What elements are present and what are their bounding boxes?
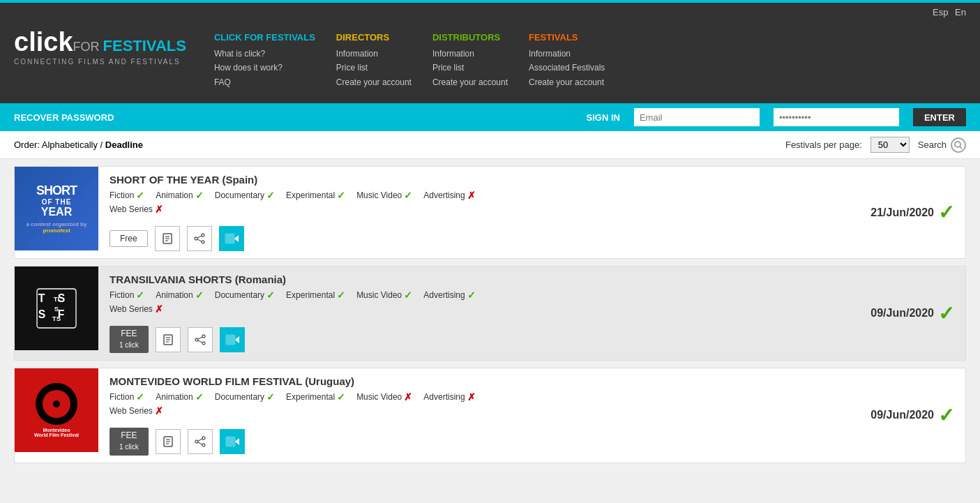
lang-en[interactable]: En	[955, 7, 966, 17]
cat-experimental: Experimental ✓	[286, 290, 345, 301]
festival-card: SHORT OF THE YEAR a contest organized by…	[14, 166, 966, 259]
svg-point-7	[195, 237, 197, 240]
fiction-check: ✓	[136, 190, 144, 201]
recover-password-link[interactable]: RECOVER PASSWORD	[14, 112, 573, 123]
logo-festivals: FESTIVALS	[103, 37, 186, 54]
svg-line-1	[960, 147, 962, 149]
category-row-2: Web Series ✗	[110, 303, 843, 315]
filter-bar: Order: Alphabetically / Deadline Festiva…	[0, 131, 980, 159]
nav-directors-information[interactable]: Information	[336, 47, 412, 61]
free-button[interactable]: Free	[110, 230, 148, 247]
svg-point-26	[202, 335, 205, 338]
nav-directors-title: DIRECTORS	[336, 32, 412, 43]
document-button[interactable]	[156, 429, 181, 454]
svg-text:S: S	[58, 292, 66, 304]
svg-point-8	[202, 241, 204, 243]
nav-distributors-createaccount[interactable]: Create your account	[432, 75, 508, 89]
festival-body: MONTEVIDEO WORLD FILM FESTIVAL (Uruguay)…	[98, 368, 854, 462]
svg-point-39	[202, 444, 205, 446]
deadline-date: 09/Jun/2020 ✓	[870, 404, 954, 427]
submit-film-button[interactable]	[219, 226, 244, 251]
nav-festivals-associated[interactable]: Associated Festivals	[529, 61, 605, 75]
cat-musicvideo: Music Video ✗	[356, 391, 412, 403]
card-actions: FEE1 click	[110, 423, 843, 455]
order-label: Order: Alphabetically /	[14, 140, 103, 150]
submit-film-button[interactable]	[220, 327, 245, 352]
svg-point-27	[195, 338, 198, 341]
svg-line-40	[198, 439, 202, 441]
deadline-check: ✓	[938, 201, 954, 224]
nav-distributors-pricelist[interactable]: Price list	[432, 61, 508, 75]
festival-title: SHORT OF THE YEAR (Spain)	[110, 174, 843, 186]
musicvideo-check: ✓	[404, 290, 412, 301]
logo: clickFOR FESTIVALS	[14, 29, 186, 55]
nav-festivals-createaccount[interactable]: Create your account	[529, 75, 605, 89]
nav-clickforfestivals: CLICK FOR FESTIVALS What is click? How d…	[214, 32, 315, 89]
category-row-1: Fiction ✓ Animation ✓ Documentary ✓ Expe…	[110, 190, 843, 201]
fee-button[interactable]: FEE1 click	[110, 326, 149, 353]
svg-line-30	[198, 340, 202, 343]
festival-card: TI S TS T S S F TRANSILVANIA SHORTS (Rom…	[14, 266, 966, 361]
cat-advertising: Advertising ✓	[423, 290, 475, 301]
main-content: SHORT OF THE YEAR a contest organized by…	[0, 159, 980, 476]
cat-fiction: Fiction ✓	[110, 391, 144, 403]
submit-film-button[interactable]	[220, 429, 245, 454]
cat-musicvideo: Music Video ✓	[356, 190, 412, 201]
category-row-1: Fiction ✓ Animation ✓ Documentary ✓ Expe…	[110, 391, 843, 403]
search-area[interactable]: Search	[918, 137, 966, 153]
experimental-check: ✓	[337, 290, 345, 301]
password-input[interactable]	[774, 108, 899, 126]
festival-title: MONTEVIDEO WORLD FILM FESTIVAL (Uruguay)	[110, 375, 843, 387]
nav-cff-whatisclick[interactable]: What is click?	[214, 47, 315, 61]
nav-directors-createaccount[interactable]: Create your account	[336, 75, 412, 89]
svg-point-28	[202, 342, 205, 345]
nav-cff-title: CLICK FOR FESTIVALS	[214, 32, 315, 43]
cat-webseries: Web Series ✗	[110, 405, 163, 416]
festival-logo: TI S TS T S S F	[15, 266, 98, 350]
share-button[interactable]	[188, 327, 213, 352]
animation-check: ✓	[195, 190, 204, 201]
cat-documentary: Documentary ✓	[215, 290, 275, 301]
nav-festivals-information[interactable]: Information	[529, 47, 605, 61]
festival-body: SHORT OF THE YEAR (Spain) Fiction ✓ Anim…	[98, 167, 854, 258]
advertising-check: ✗	[467, 190, 476, 201]
search-icon[interactable]	[951, 137, 966, 153]
deadline-check: ✓	[938, 404, 954, 427]
nav-cff-faq[interactable]: FAQ	[214, 75, 315, 89]
nav-cff-howdoesitwork[interactable]: How does it work?	[214, 61, 315, 75]
document-button[interactable]	[156, 327, 181, 352]
enter-button[interactable]: ENTER	[913, 108, 966, 126]
nav-distributors-information[interactable]: Information	[432, 47, 508, 61]
documentary-check: ✓	[266, 290, 275, 301]
documentary-check: ✓	[266, 190, 275, 201]
cat-animation: Animation ✓	[156, 190, 203, 201]
share-button[interactable]	[188, 429, 213, 454]
webseries-check: ✗	[155, 303, 163, 315]
cat-documentary: Documentary ✓	[215, 190, 275, 201]
festival-title: TRANSILVANIA SHORTS (Romania)	[110, 273, 843, 285]
nav-directors-pricelist[interactable]: Price list	[336, 61, 412, 75]
documentary-check: ✓	[266, 391, 275, 403]
filter-right: Festivals per page: 50 25 100 Search	[785, 137, 966, 153]
cat-advertising: Advertising ✗	[423, 391, 475, 403]
svg-text:F: F	[58, 308, 65, 320]
card-actions: Free	[110, 222, 843, 251]
fee-button[interactable]: FEE1 click	[110, 428, 149, 455]
lang-esp[interactable]: Esp	[933, 7, 948, 17]
logo-subtitle: CONNECTING FILMS AND FESTIVALS	[14, 58, 186, 66]
document-button[interactable]	[155, 226, 180, 251]
per-page-label: Festivals per page:	[785, 140, 862, 150]
nav-distributors-title: DISTRIBUTORS	[432, 32, 508, 43]
nav-distributors: DISTRIBUTORS Information Price list Crea…	[432, 32, 508, 89]
svg-rect-11	[225, 234, 234, 243]
svg-line-41	[198, 442, 202, 444]
search-label: Search	[918, 140, 947, 150]
signin-bar: RECOVER PASSWORD SIGN IN ENTER	[0, 103, 980, 131]
deadline-check: ✓	[938, 302, 954, 325]
festival-logo-image: SHORT OF THE YEAR a contest organized by…	[15, 167, 98, 250]
svg-rect-31	[226, 335, 235, 345]
email-input[interactable]	[634, 108, 760, 126]
share-button[interactable]	[187, 226, 212, 251]
svg-text:T: T	[38, 292, 45, 304]
per-page-select[interactable]: 50 25 100	[870, 137, 910, 153]
